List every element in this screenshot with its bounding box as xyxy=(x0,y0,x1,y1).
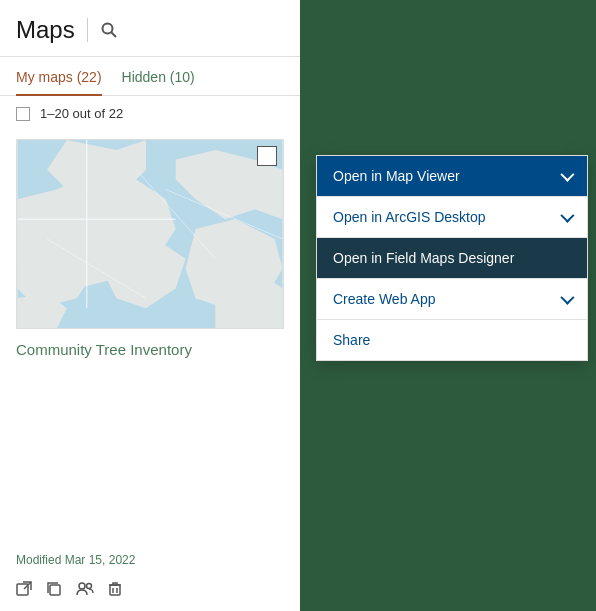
svg-rect-19 xyxy=(50,585,60,595)
svg-rect-16 xyxy=(17,140,282,328)
create-web-app-button[interactable]: Create Web App xyxy=(317,278,587,319)
header-divider xyxy=(87,18,88,42)
delete-button[interactable] xyxy=(108,581,122,601)
search-icon xyxy=(100,21,118,39)
open-new-tab-button[interactable] xyxy=(16,581,32,601)
open-map-viewer-button[interactable]: Open in Map Viewer xyxy=(317,156,587,196)
card-actions xyxy=(16,573,284,611)
action-popup: Open in Map Viewer Open in ArcGIS Deskto… xyxy=(316,155,588,361)
tabs-container: My maps (22) Hidden (10) xyxy=(0,57,300,96)
left-panel-content: Community Tree Inventory Modified Mar 15… xyxy=(0,131,300,611)
corner-select-icon[interactable] xyxy=(257,146,277,166)
map-thumbnail-svg xyxy=(17,140,283,328)
open-arcgis-desktop-button[interactable]: Open in ArcGIS Desktop xyxy=(317,196,587,237)
count-info-row: 1–20 out of 22 xyxy=(0,96,300,131)
select-all-checkbox[interactable] xyxy=(16,107,30,121)
share-group-button[interactable] xyxy=(76,581,94,601)
svg-point-0 xyxy=(102,24,112,34)
svg-line-1 xyxy=(111,33,116,38)
left-panel: Maps My maps (22) Hidden (10) 1–20 out o… xyxy=(0,0,300,611)
tab-hidden[interactable]: Hidden (10) xyxy=(122,69,195,95)
chevron-down-icon-3 xyxy=(560,291,574,305)
chevron-down-icon-2 xyxy=(560,209,574,223)
map-card-title[interactable]: Community Tree Inventory xyxy=(16,341,284,358)
chevron-down-icon xyxy=(560,168,574,182)
svg-rect-22 xyxy=(110,585,120,595)
tab-my-maps[interactable]: My maps (22) xyxy=(16,69,102,95)
page-title: Maps xyxy=(16,16,75,44)
share-button[interactable]: Share xyxy=(317,319,587,360)
svg-point-21 xyxy=(87,584,92,589)
map-thumbnail xyxy=(16,139,284,329)
duplicate-button[interactable] xyxy=(46,581,62,601)
modified-date: Modified Mar 15, 2022 xyxy=(16,545,284,573)
count-text: 1–20 out of 22 xyxy=(40,106,123,121)
svg-point-20 xyxy=(79,583,85,589)
map-card: Community Tree Inventory xyxy=(0,131,300,545)
modified-section: Modified Mar 15, 2022 xyxy=(0,545,300,611)
open-field-maps-button[interactable]: Open in Field Maps Designer xyxy=(317,237,587,278)
search-button[interactable] xyxy=(100,21,118,39)
main-container: Maps My maps (22) Hidden (10) 1–20 out o… xyxy=(0,0,596,611)
panel-header: Maps xyxy=(0,0,300,57)
